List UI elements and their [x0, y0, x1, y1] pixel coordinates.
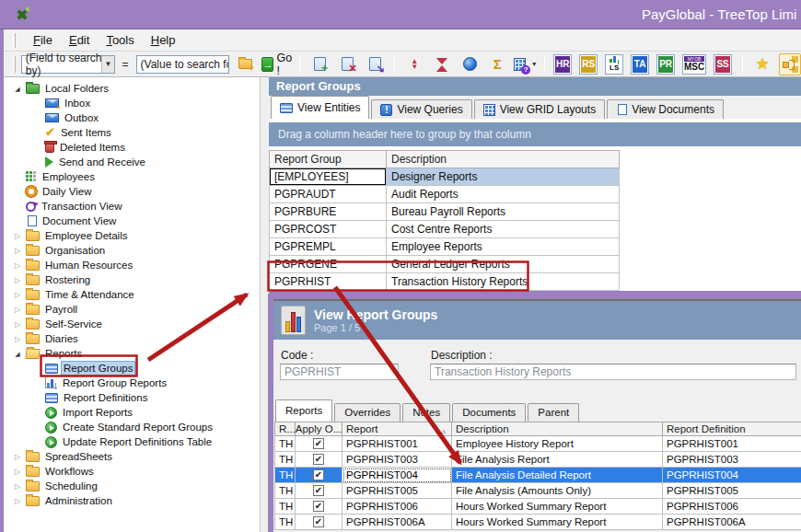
column-header-description[interactable]: Description — [387, 150, 620, 168]
tree-item[interactable]: Deleted Items — [4, 140, 260, 155]
apply-overrides-checkbox[interactable] — [313, 516, 324, 527]
tree-expander-icon[interactable] — [13, 468, 22, 476]
table-row[interactable]: PGPRCOST Cost Centre Reports — [269, 221, 620, 238]
apply-overrides-checkbox[interactable] — [313, 485, 324, 496]
tree-expander-icon[interactable] — [13, 306, 22, 314]
post-record-button[interactable]: ↘ — [364, 53, 386, 75]
table-row[interactable]: TH PGPRHIST001 Employee History Report P… — [274, 436, 801, 452]
column-header-rg[interactable]: R... — [274, 422, 296, 436]
tree-item[interactable]: Outbox — [4, 110, 260, 125]
chevron-down-icon[interactable]: ▼ — [101, 56, 113, 73]
table-row[interactable]: PGPRHIST Transaction History Reports — [269, 273, 620, 291]
table-row[interactable]: [EMPLOYEES] Designer Reports — [269, 168, 620, 186]
tree-expander-icon[interactable] — [13, 350, 22, 358]
panel-tab[interactable]: View Entities — [271, 96, 369, 119]
tree-item[interactable]: Reports — [4, 346, 260, 361]
tree-item[interactable]: Report Definitions — [4, 390, 260, 405]
tree-item[interactable]: Scheduling — [4, 479, 260, 493]
table-row[interactable]: PGPRGENE General Ledger Reports — [269, 256, 620, 273]
module-badge[interactable]: PR — [656, 54, 675, 75]
tree-expander-icon[interactable] — [13, 232, 22, 240]
tree-item[interactable]: Employee Details — [4, 228, 260, 243]
dialog-tab[interactable]: Notes — [402, 403, 450, 422]
apply-overrides-checkbox[interactable] — [313, 469, 324, 480]
dialog-tab[interactable]: Parent — [528, 403, 579, 422]
tree-item[interactable]: Self-Service — [4, 317, 260, 331]
tree-expander-icon[interactable] — [13, 497, 22, 505]
sum-button[interactable] — [486, 53, 508, 75]
column-header-description[interactable]: Description — [452, 422, 663, 436]
tree-expander-icon[interactable] — [13, 453, 22, 461]
table-row[interactable]: TH PGPRHIST005 File Analysis (Amounts On… — [274, 483, 801, 499]
module-badge[interactable]: HR — [553, 54, 572, 75]
toolbar-grip[interactable] — [13, 56, 16, 73]
lookup-folder-button[interactable]: ▾ — [235, 53, 257, 75]
tree-item[interactable]: Diaries — [4, 331, 260, 346]
module-badge[interactable]: SS — [714, 54, 732, 75]
module-badge[interactable]: RS — [579, 54, 598, 75]
table-row[interactable]: TH PGPRHIST004 File Analysis Detailed Re… — [274, 468, 801, 483]
toolbar-grip[interactable] — [13, 33, 16, 48]
code-field[interactable]: PGPRHIST — [280, 364, 399, 380]
tree-item[interactable]: Human Resources — [4, 258, 260, 272]
table-row[interactable]: PGPRAUDT Audit Reports — [269, 186, 620, 203]
tree-item[interactable]: Transaction View — [4, 199, 260, 214]
tree-item[interactable]: Rostering — [4, 272, 260, 287]
module-badge[interactable]: LS — [605, 54, 623, 75]
table-row[interactable]: TH PGPRHIST003 File Analysis Report PGPR… — [274, 452, 801, 468]
description-field[interactable]: Transaction History Reports — [430, 364, 796, 380]
delete-record-button[interactable]: ✕ — [336, 53, 358, 75]
add-record-button[interactable]: ＋ — [308, 53, 331, 75]
column-header-report[interactable]: Report — [342, 422, 452, 436]
table-row[interactable]: PGPRBURE Bureau Payroll Reports — [269, 203, 620, 221]
dialog-tab[interactable]: Reports — [275, 399, 332, 422]
tree-expander-icon[interactable] — [13, 335, 22, 343]
menu-item[interactable]: Help — [143, 30, 184, 51]
tree-item[interactable]: Employees — [4, 169, 260, 184]
tree-item[interactable]: Report Group Reports — [4, 376, 260, 390]
tree-item[interactable]: Document View — [4, 214, 260, 228]
menu-item[interactable]: Tools — [98, 30, 142, 51]
tree-item[interactable]: Administration — [4, 493, 260, 508]
group-by-bar[interactable]: Drag a column header here to group by th… — [269, 122, 801, 146]
tree-item[interactable]: Inbox — [4, 96, 260, 110]
tree-item[interactable]: Time & Attendance — [4, 287, 260, 302]
dialog-tab[interactable]: Overrides — [334, 403, 400, 422]
chevron-down-icon[interactable]: ▾ — [532, 60, 536, 68]
tree-item[interactable]: Workflows — [4, 464, 260, 479]
org-chart-button[interactable] — [779, 53, 801, 75]
panel-tab[interactable]: View Queries — [371, 99, 471, 119]
tree-item[interactable]: Update Report Definitions Table — [4, 434, 260, 449]
table-row[interactable]: TH PGPRHIST006 Hours Worked Summary Repo… — [274, 499, 801, 515]
tree-expander-icon[interactable] — [13, 482, 22, 491]
calculator-button[interactable]: ▾ — [514, 53, 536, 75]
tree-item[interactable]: Payroll — [4, 302, 260, 317]
menu-item[interactable]: Edit — [61, 30, 98, 51]
panel-tab[interactable]: View Documents — [607, 99, 724, 119]
tree-item[interactable]: Report Groups — [4, 361, 260, 376]
column-header-report-group[interactable]: Report Group — [269, 150, 387, 168]
tree-expander-icon[interactable] — [13, 85, 22, 93]
tree-item[interactable]: Create Standard Report Groups — [4, 420, 260, 434]
field-search-dropdown[interactable]: (Field to search by) ▼ — [21, 55, 115, 74]
tree-expander-icon[interactable] — [13, 247, 22, 255]
web-button[interactable] — [459, 53, 481, 75]
tree-expander-icon[interactable] — [13, 291, 22, 299]
value-search-input[interactable]: (Value to search for) — [136, 55, 230, 74]
tree-item[interactable]: Local Folders — [4, 81, 260, 96]
tree-item[interactable]: Daily View — [4, 184, 260, 199]
panel-tab[interactable]: View GRID Layouts — [474, 99, 606, 119]
expand-collapse-button[interactable]: ▲▼ — [403, 53, 425, 75]
tree-item[interactable]: SpreadSheets — [4, 449, 260, 464]
tree-item[interactable]: Sent Items — [4, 125, 260, 140]
apply-overrides-checkbox[interactable] — [313, 501, 324, 512]
tree-expander-icon[interactable] — [13, 261, 22, 270]
column-header-report-definition[interactable]: Report Definition — [663, 422, 801, 436]
tree-expander-icon[interactable] — [13, 276, 22, 284]
go-button[interactable]: → Go ! — [262, 53, 291, 75]
tree-item[interactable]: Send and Receive — [4, 155, 260, 169]
tree-expander-icon[interactable] — [13, 320, 22, 329]
wait-button[interactable] — [431, 53, 453, 75]
module-badge[interactable]: TA — [631, 54, 649, 75]
tree-item[interactable]: Organisation — [4, 243, 260, 258]
